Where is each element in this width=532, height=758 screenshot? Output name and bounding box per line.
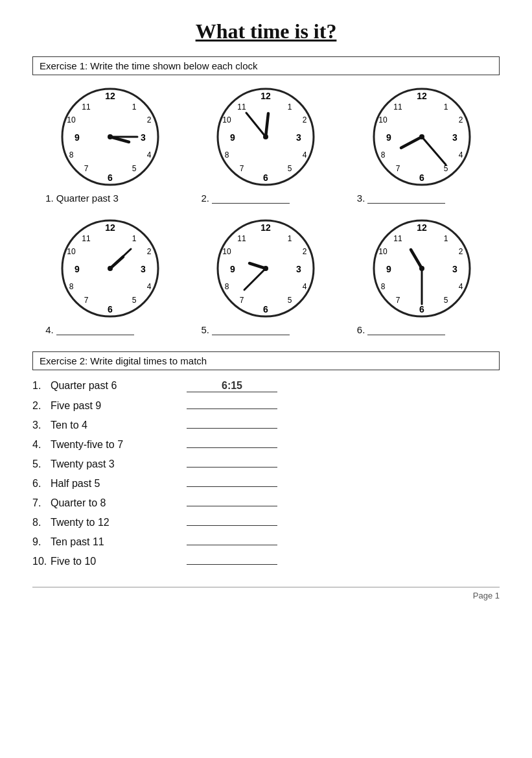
- svg-point-47: [419, 134, 424, 139]
- clock-4-label: 4.: [45, 324, 175, 335]
- svg-text:3: 3: [141, 264, 146, 274]
- svg-text:1: 1: [443, 102, 448, 112]
- list-item: 7. Quarter to 8: [32, 497, 500, 509]
- clock-6: 12 3 6 9 1 2 4 5 7 8 10 11: [370, 217, 474, 320]
- svg-text:1: 1: [288, 234, 292, 243]
- page-title: What time is it?: [32, 19, 500, 43]
- clock-item-6: 12 3 6 9 1 2 4 5 7 8 10 11 6.: [357, 217, 487, 335]
- clocks-row-1: 12 3 6 9 1 2 4 5 7 8 10 11 1. Quarter pa…: [32, 85, 500, 204]
- list-item: 8. Twenty to 12: [32, 517, 500, 528]
- svg-text:4: 4: [147, 150, 152, 160]
- svg-text:2: 2: [458, 247, 463, 256]
- svg-text:4: 4: [458, 150, 463, 160]
- svg-text:8: 8: [225, 150, 229, 160]
- svg-text:8: 8: [380, 282, 385, 291]
- svg-text:6: 6: [264, 304, 269, 314]
- svg-text:3: 3: [297, 132, 302, 143]
- svg-text:4: 4: [458, 282, 463, 291]
- svg-text:2: 2: [303, 247, 307, 256]
- list-item: 6. Half past 5: [32, 478, 500, 490]
- svg-text:2: 2: [458, 115, 463, 124]
- svg-text:12: 12: [105, 222, 115, 233]
- exercise2-list: 1. Quarter past 6 6:15 2. Five past 9 3.…: [32, 380, 500, 567]
- svg-text:8: 8: [69, 150, 74, 160]
- clock-5-label: 5.: [201, 324, 330, 335]
- svg-text:5: 5: [288, 296, 292, 305]
- clock-4: 12 3 6 9 1 2 4 5 7 8 10 11: [58, 217, 162, 320]
- svg-text:11: 11: [238, 234, 247, 243]
- svg-text:3: 3: [452, 264, 457, 274]
- svg-text:12: 12: [417, 222, 427, 233]
- svg-text:10: 10: [378, 115, 387, 124]
- svg-text:9: 9: [386, 132, 391, 143]
- svg-text:12: 12: [105, 91, 115, 101]
- svg-text:5: 5: [288, 164, 292, 173]
- clock-5: 12 3 6 9 1 2 4 5 7 8 10 11: [214, 217, 318, 320]
- svg-text:7: 7: [395, 164, 400, 173]
- svg-text:2: 2: [303, 115, 307, 124]
- list-item: 10. Five to 10: [32, 556, 500, 567]
- svg-text:9: 9: [231, 264, 236, 274]
- svg-text:5: 5: [132, 296, 137, 305]
- svg-text:1: 1: [288, 102, 292, 112]
- svg-text:5: 5: [132, 164, 137, 173]
- svg-text:10: 10: [223, 247, 232, 256]
- svg-text:4: 4: [147, 282, 152, 291]
- svg-text:10: 10: [67, 115, 76, 124]
- clock-1-label: 1. Quarter past 3: [45, 193, 175, 204]
- svg-point-95: [419, 266, 424, 271]
- footer: Page 1: [32, 587, 500, 600]
- svg-text:12: 12: [261, 91, 272, 101]
- exercise1-label: Exercise 1: Write the time shown below e…: [32, 56, 500, 75]
- svg-point-63: [108, 266, 113, 271]
- svg-text:4: 4: [303, 282, 307, 291]
- svg-point-31: [263, 134, 268, 139]
- svg-text:1: 1: [132, 102, 137, 112]
- svg-text:4: 4: [303, 150, 307, 160]
- clock-2-label: 2.: [201, 193, 330, 204]
- svg-text:7: 7: [84, 296, 89, 305]
- svg-text:3: 3: [141, 132, 146, 143]
- list-item: 2. Five past 9: [32, 400, 500, 412]
- clock-item-2: 12 3 6 9 1 2 4 5 7 8 10 11 2.: [201, 85, 330, 204]
- list-item: 4. Twenty-five to 7: [32, 439, 500, 451]
- clock-3: 12 3 6 9 1 2 4 5 7 8 10 11: [370, 85, 474, 189]
- list-item: 9. Ten past 11: [32, 536, 500, 548]
- svg-text:7: 7: [84, 164, 89, 173]
- svg-text:3: 3: [297, 264, 302, 274]
- svg-text:10: 10: [223, 115, 232, 124]
- svg-text:11: 11: [82, 234, 91, 243]
- clock-item-5: 12 3 6 9 1 2 4 5 7 8 10 11 5.: [201, 217, 330, 335]
- svg-text:2: 2: [147, 115, 152, 124]
- svg-text:10: 10: [67, 247, 76, 256]
- list-item: 5. Twenty past 3: [32, 458, 500, 470]
- clock-6-label: 6.: [357, 324, 487, 335]
- clock-item-4: 12 3 6 9 1 2 4 5 7 8 10 11 4.: [45, 217, 175, 335]
- clock-item-1: 12 3 6 9 1 2 4 5 7 8 10 11 1. Quarter pa…: [45, 85, 175, 204]
- svg-text:6: 6: [108, 304, 113, 314]
- svg-text:1: 1: [132, 234, 137, 243]
- clock-2: 12 3 6 9 1 2 4 5 7 8 10 11: [214, 85, 318, 189]
- svg-text:9: 9: [386, 264, 391, 274]
- svg-text:6: 6: [419, 304, 424, 314]
- svg-text:11: 11: [393, 102, 402, 112]
- svg-text:5: 5: [443, 296, 448, 305]
- svg-text:8: 8: [225, 282, 229, 291]
- svg-text:9: 9: [75, 264, 80, 274]
- list-item: 3. Ten to 4: [32, 420, 500, 431]
- list-item: 1. Quarter past 6 6:15: [32, 380, 500, 392]
- svg-text:3: 3: [452, 132, 457, 143]
- svg-text:9: 9: [231, 132, 236, 143]
- svg-text:2: 2: [147, 247, 152, 256]
- svg-text:1: 1: [443, 234, 448, 243]
- svg-text:11: 11: [238, 102, 247, 112]
- svg-point-15: [108, 134, 113, 139]
- svg-text:6: 6: [419, 172, 424, 183]
- svg-text:11: 11: [82, 102, 91, 112]
- svg-text:8: 8: [380, 150, 385, 160]
- svg-text:7: 7: [240, 164, 244, 173]
- svg-text:11: 11: [393, 234, 402, 243]
- svg-text:8: 8: [69, 282, 74, 291]
- svg-text:7: 7: [395, 296, 400, 305]
- svg-text:6: 6: [108, 172, 113, 183]
